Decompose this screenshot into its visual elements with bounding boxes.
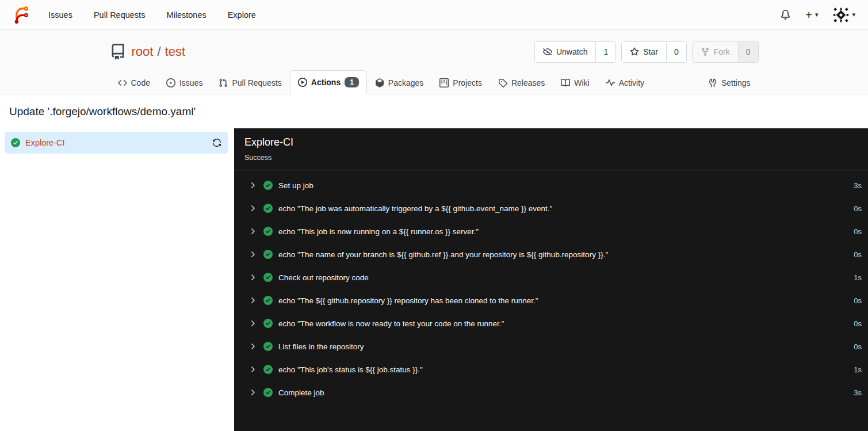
- chevron-right-icon[interactable]: [248, 319, 257, 328]
- tools-icon: [708, 78, 717, 87]
- step-name: echo "The ${{ github.repository }} repos…: [278, 296, 538, 305]
- chevron-right-icon[interactable]: [248, 250, 257, 259]
- project-board-icon: [439, 78, 449, 87]
- step-duration: 0s: [854, 227, 862, 236]
- unwatch-label: Unwatch: [556, 47, 587, 56]
- nav-pull-requests[interactable]: Pull Requests: [94, 10, 145, 20]
- step-row[interactable]: echo "The workflow is now ready to test …: [248, 312, 862, 335]
- tab-wiki[interactable]: Wiki: [553, 71, 597, 94]
- unwatch-button-group: Unwatch 1: [534, 41, 616, 63]
- tab-actions[interactable]: Actions 1: [290, 70, 367, 94]
- user-menu[interactable]: ▾: [833, 7, 855, 23]
- repo-owner-link[interactable]: root: [132, 44, 154, 59]
- jobs-sidebar: Explore-CI: [0, 128, 234, 431]
- chevron-right-icon[interactable]: [248, 273, 257, 282]
- create-new-dropdown[interactable]: + ▾: [805, 9, 818, 21]
- step-duration: 0s: [854, 204, 862, 213]
- tab-releases[interactable]: Releases: [490, 71, 553, 94]
- check-circle-icon: [263, 296, 273, 305]
- chevron-right-icon[interactable]: [248, 204, 257, 213]
- actions-count-badge: 1: [345, 77, 359, 87]
- tab-issues[interactable]: Issues: [158, 71, 211, 94]
- step-row[interactable]: Check out repository code 1s: [248, 266, 862, 289]
- fork-label: Fork: [714, 47, 730, 56]
- check-circle-icon: [263, 273, 273, 282]
- plus-icon: +: [805, 9, 812, 21]
- navbar-right: + ▾: [781, 7, 855, 23]
- step-row[interactable]: Set up job 3s: [248, 174, 862, 197]
- tag-icon: [498, 78, 507, 87]
- tab-label: Code: [131, 78, 150, 87]
- check-circle-icon: [11, 138, 20, 147]
- step-name: echo "This job is now running on a ${{ r…: [278, 227, 479, 236]
- git-pull-request-icon: [219, 78, 228, 87]
- unwatch-button[interactable]: Unwatch: [535, 42, 595, 62]
- breadcrumb-separator: /: [157, 44, 160, 59]
- step-name: Check out repository code: [278, 273, 369, 282]
- check-circle-icon: [263, 342, 273, 351]
- tab-projects[interactable]: Projects: [431, 71, 490, 94]
- workflow-run-view: Explore-CI Explore-CI Success Set up job…: [0, 128, 868, 431]
- check-circle-icon: [263, 319, 273, 328]
- forgejo-logo-icon[interactable]: [13, 6, 30, 24]
- notifications-bell-icon[interactable]: [781, 10, 790, 20]
- step-row[interactable]: echo "This job's status is ${{ job.statu…: [248, 358, 862, 381]
- chevron-right-icon[interactable]: [248, 296, 257, 305]
- step-row[interactable]: echo "The job was automatically triggere…: [248, 197, 862, 220]
- tab-label: Wiki: [574, 78, 589, 87]
- repo-breadcrumb: root / test: [132, 44, 186, 59]
- tab-settings[interactable]: Settings: [700, 71, 759, 94]
- step-name: Complete job: [278, 388, 324, 397]
- step-duration: 3s: [854, 388, 862, 397]
- tab-label: Settings: [721, 78, 751, 87]
- star-button[interactable]: Star: [622, 42, 666, 62]
- step-row[interactable]: Complete job 3s: [248, 381, 862, 404]
- chevron-right-icon[interactable]: [248, 342, 257, 351]
- watchers-count[interactable]: 1: [595, 42, 615, 62]
- tab-pull-requests[interactable]: Pull Requests: [211, 71, 289, 94]
- step-name: echo "The workflow is now ready to test …: [278, 319, 504, 328]
- forks-count: 0: [738, 42, 758, 62]
- check-circle-icon: [263, 227, 273, 236]
- step-row[interactable]: echo "The name of your branch is ${{ git…: [248, 243, 862, 266]
- step-row[interactable]: echo "The ${{ github.repository }} repos…: [248, 289, 862, 312]
- chevron-down-icon: ▾: [852, 11, 855, 18]
- job-name: Explore-CI: [25, 138, 65, 147]
- nav-milestones[interactable]: Milestones: [166, 10, 206, 20]
- step-row[interactable]: echo "This job is now running on a ${{ r…: [248, 220, 862, 243]
- tab-label: Projects: [453, 78, 482, 87]
- issue-opened-icon: [166, 78, 175, 87]
- book-icon: [561, 78, 570, 87]
- step-duration: 0s: [854, 319, 862, 328]
- step-duration: 1s: [854, 365, 862, 374]
- rerun-job-icon[interactable]: [212, 138, 221, 147]
- check-circle-icon: [263, 250, 273, 259]
- stars-count[interactable]: 0: [666, 42, 686, 62]
- eye-closed-icon: [543, 47, 552, 56]
- chevron-right-icon[interactable]: [248, 227, 257, 236]
- nav-issues[interactable]: Issues: [48, 10, 72, 20]
- chevron-right-icon[interactable]: [248, 388, 257, 397]
- repo-header: root / test Unwatch 1 Star 0: [0, 30, 868, 94]
- step-name: echo "The job was automatically triggere…: [278, 204, 552, 213]
- tab-label: Issues: [179, 78, 202, 87]
- tab-label: Packages: [388, 78, 423, 87]
- chevron-right-icon[interactable]: [248, 181, 257, 190]
- step-duration: 3s: [854, 181, 862, 190]
- repo-tabs: Code Issues Pull Requests Actions 1 Pack…: [110, 70, 759, 94]
- nav-explore[interactable]: Explore: [228, 10, 256, 20]
- job-log-header: Explore-CI Success: [234, 128, 868, 170]
- job-log-panel: Explore-CI Success Set up job 3s echo "T…: [234, 128, 868, 431]
- step-duration: 0s: [854, 250, 862, 259]
- star-button-group: Star 0: [621, 41, 686, 63]
- fork-icon: [701, 47, 710, 56]
- chevron-right-icon[interactable]: [248, 365, 257, 374]
- tab-code[interactable]: Code: [110, 71, 158, 94]
- tab-activity[interactable]: Activity: [598, 71, 652, 94]
- repo-name-link[interactable]: test: [165, 44, 185, 59]
- job-item-explore-ci[interactable]: Explore-CI: [5, 132, 228, 154]
- tab-packages[interactable]: Packages: [367, 71, 431, 94]
- check-circle-icon: [263, 204, 273, 213]
- step-row[interactable]: List files in the repository 0s: [248, 335, 862, 358]
- step-name: List files in the repository: [278, 342, 364, 351]
